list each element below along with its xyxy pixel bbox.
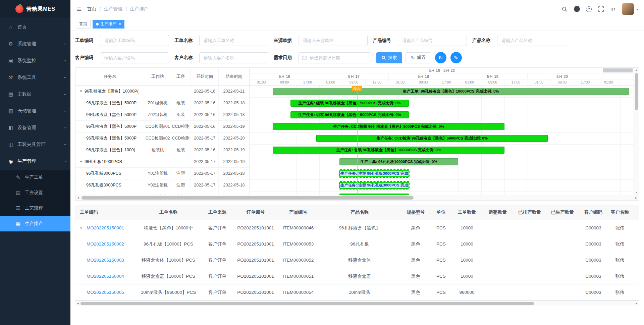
gantt-task-row[interactable]: 96孔移液盒【黑色】5000PZ02组装机组装2022-05-162022-05… xyxy=(75,109,250,121)
task-name-cell: ▼96孔移液盒【黑色】10000P( xyxy=(75,86,145,97)
gantt-bar[interactable]: 生产任务: 注塑 96孔孔板3000PCS 完成 xyxy=(339,170,409,177)
product-code-input[interactable] xyxy=(398,35,467,46)
work-order-link[interactable]: MO202205150003 xyxy=(87,258,124,263)
edit-button[interactable]: ✎ xyxy=(450,52,462,63)
gantt-bar[interactable]: 生产任务: CCD检测 96孔移液盒【黑色】5000PCS 完成比例: 0% xyxy=(316,135,548,142)
search-icon[interactable] xyxy=(559,3,570,15)
gantt-bar[interactable]: 生产任务: 组装 96孔移液盒【黑色】5000PCS 完成比例: 0% xyxy=(290,100,409,107)
caret-down-icon[interactable]: ▼ xyxy=(79,160,83,163)
gantt-task-row[interactable]: 96孔移液盒【黑色】5000PCCD检测#02CCD检测2022-05-1720… xyxy=(75,132,250,144)
table-row[interactable]: MO202205150004移液盒盒盖【10000】PCS客户订单PO20220… xyxy=(75,268,639,284)
task-cell: 2022-05-18 xyxy=(219,168,250,179)
table-cell: PO202205101001 xyxy=(233,220,278,236)
gantt-bar[interactable]: 生产任务: 组装 96孔移液盒【黑色】5000PCS 完成比例: 0% xyxy=(290,111,409,118)
help-icon[interactable]: ? xyxy=(584,3,594,15)
scrollbar-thumb[interactable] xyxy=(635,73,638,110)
order-icon: ✎ xyxy=(15,174,21,180)
gantt-header-scrollbar[interactable] xyxy=(603,68,633,72)
task-cell: Y01注塑机 xyxy=(145,168,171,179)
sidebar-item-master-data[interactable]: ▤主数据› xyxy=(0,86,70,103)
search-button[interactable]: 搜索 xyxy=(376,52,402,63)
gantt-task-row[interactable]: 96孔孔板3000PCSY01注塑机注塑2022-05-172022-05-18 xyxy=(75,168,250,179)
scroll-right-arrow[interactable]: ▶ xyxy=(634,195,639,201)
gantt-bar-label: 生产任务: CCD检测 96孔移液盒【黑色】5000PCS 完成比例: 0% xyxy=(377,136,488,141)
scroll-down-arrow[interactable]: ▼ xyxy=(634,190,639,195)
sidebar-item-system-monitor[interactable]: ▣系统监控› xyxy=(0,52,70,69)
sidebar-item-process-flow[interactable]: ☰工艺流程 xyxy=(0,201,70,216)
work-order-link[interactable]: MO202205150004 xyxy=(87,274,124,279)
gantt-task-row[interactable]: 96孔移液盒【黑色】1000(包装机包装2022-05-162022-05-19 xyxy=(75,144,250,156)
scroll-left-arrow[interactable]: ◀ xyxy=(75,195,81,201)
table-row[interactable]: ∨MO202205150001移液盒【黑色】10000个客户订单PO202205… xyxy=(75,220,639,236)
reset-button[interactable]: ↻ 重置 xyxy=(406,52,431,63)
customer-code-input[interactable] xyxy=(100,52,169,63)
gantt-task-row[interactable]: 96孔孔板3000PCSY02注塑机注塑2022-05-172022-05-18 xyxy=(75,179,250,191)
gantt-bar[interactable]: 生产工单: 96孔移液盒【黑色】10000PCS 完成比例: 0% xyxy=(273,88,629,95)
sidebar-item-production[interactable]: ◉生产管理› xyxy=(0,153,70,170)
demand-date-input[interactable] xyxy=(299,52,370,63)
sidebar-item-process-setting[interactable]: ▤工序设置 xyxy=(0,185,70,201)
avatar[interactable] xyxy=(622,3,634,15)
work-order-code-input[interactable] xyxy=(100,35,169,46)
fullscreen-icon[interactable] xyxy=(596,3,606,15)
breadcrumb-item[interactable]: 生产管理 xyxy=(104,6,122,12)
gantt-horizontal-scrollbar[interactable]: ◀ ▶ xyxy=(75,195,639,200)
gantt-bar[interactable]: 生产任务: 包装 96孔移液盒【黑色】10000PCS 完成比例: 0% xyxy=(273,147,504,154)
tools-icon: ⚒ xyxy=(7,74,14,80)
gantt-bar[interactable]: 生产任务: CCD检测 96孔移液盒【黑色】5000PCS 完成比例: 0% xyxy=(273,123,504,130)
source-doc-input[interactable] xyxy=(299,35,368,46)
sidebar-toggle-icon[interactable]: ☰ xyxy=(76,6,82,13)
customer-name-input[interactable] xyxy=(199,52,268,63)
scrollbar-thumb[interactable] xyxy=(80,302,534,305)
tab-首页[interactable]: 首页 xyxy=(76,20,91,29)
gantt-vertical-scrollbar[interactable]: ▲ ▼ xyxy=(634,68,639,195)
gantt-bar-label: 生产工单: 96孔移液盒【黑色】10000PCS 完成比例: 0% xyxy=(403,89,499,94)
table-cell xyxy=(546,220,579,236)
sidebar-item-home[interactable]: ⌂首页 xyxy=(0,19,70,36)
scroll-up-arrow[interactable]: ▲ xyxy=(634,68,639,72)
gantt-bar[interactable]: 生产任务: 注塑 96孔孔板3000PCS 完成 xyxy=(339,194,409,195)
sidebar-item-work-order[interactable]: ✎生产工单 xyxy=(0,170,70,185)
caret-down-icon[interactable]: ▼ xyxy=(79,90,83,93)
table-column-header: 工单编码 xyxy=(75,205,136,220)
work-order-link[interactable]: MO202205150001 xyxy=(87,225,124,230)
work-order-link[interactable]: MO202205150002 xyxy=(87,241,124,247)
refresh-button[interactable]: ↻ xyxy=(435,52,446,63)
font-size-icon[interactable]: TT xyxy=(608,3,619,15)
work-order-link[interactable]: MO202205150005 xyxy=(87,290,124,295)
github-icon[interactable] xyxy=(572,3,582,15)
sidebar-item-system-tools[interactable]: ⚒系统工具› xyxy=(0,69,70,86)
breadcrumb-item[interactable]: 生产排产 xyxy=(130,6,149,12)
close-icon[interactable]: × xyxy=(119,22,121,26)
task-cell: 2022-05-20 xyxy=(219,132,250,144)
product-name-input[interactable] xyxy=(497,35,566,46)
caret-down-icon[interactable]: ∨ xyxy=(80,226,84,230)
gridline xyxy=(273,86,273,195)
gantt-task-row[interactable]: 96孔移液盒【黑色】5000PCCD检测#01CCD检测2022-05-1620… xyxy=(75,121,250,132)
filter-field-customer-name: 客户名称 xyxy=(174,52,268,63)
sidebar-item-fixture[interactable]: ◫工装夹具管理› xyxy=(0,136,70,153)
sidebar-item-scheduling[interactable]: ▦生产排产 xyxy=(0,216,70,231)
scroll-left-arrow[interactable]: ◀ xyxy=(75,301,80,306)
table-row[interactable]: MO20220515000510mm吸头【960000】PCS客户订单PO202… xyxy=(75,284,639,301)
gantt-task-row[interactable]: ▼96孔孔板10000PCS2022-05-172022-05-19 xyxy=(75,156,250,168)
table-horizontal-scrollbar[interactable]: ◀ ▶ xyxy=(75,301,639,306)
table-row[interactable]: MO20220515000296孔孔板【10000】PCS客户订单PO20220… xyxy=(75,236,639,252)
sync-icon: ↻ xyxy=(438,55,443,61)
table-cell: ITEM00000053 xyxy=(278,236,319,252)
table-row[interactable]: MO202205150003移液盒盒体【10000】PCS客户订单PO20220… xyxy=(75,252,639,268)
sidebar-item-system-mgmt[interactable]: ⚙系统管理› xyxy=(0,36,70,52)
sidebar-item-equipment[interactable]: ◧设备管理› xyxy=(0,119,70,136)
work-order-name-input[interactable] xyxy=(199,35,268,46)
gantt-task-row[interactable]: ▼96孔移液盒【黑色】10000P(2022-05-162022-05-21 xyxy=(75,86,250,97)
tab-生产排产[interactable]: 生产排产× xyxy=(93,20,124,29)
sidebar-item-warehouse[interactable]: ▥仓储管理› xyxy=(0,103,70,119)
gantt-bar[interactable]: 生产任务: 注塑 96孔孔板3000PCS 完成 xyxy=(339,182,409,189)
chevron-down-icon[interactable]: ▾ xyxy=(636,7,638,11)
task-cell: CCD检测 xyxy=(170,121,191,132)
gantt-task-row[interactable]: 96孔移液盒【黑色】5000PZ01组装机组装2022-05-162022-05… xyxy=(75,97,250,109)
gantt-task-row[interactable]: 96孔孔板3000PCSY03注塑机注塑2022-05-172022-05-18 xyxy=(75,191,250,195)
scrollbar-thumb[interactable] xyxy=(82,196,414,200)
breadcrumb-item[interactable]: 首页 xyxy=(87,6,96,12)
scroll-right-arrow[interactable]: ▶ xyxy=(634,301,639,306)
